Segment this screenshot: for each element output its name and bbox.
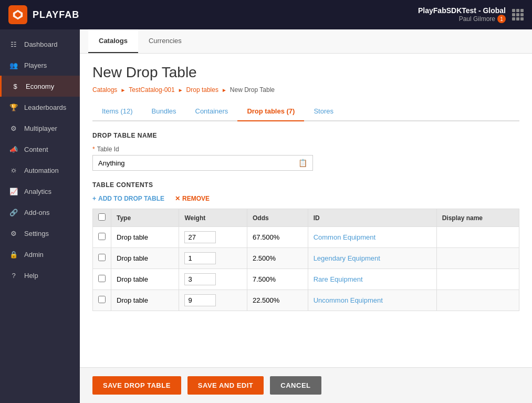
- sub-tab-stores[interactable]: Stores: [304, 102, 343, 121]
- col-id: ID: [308, 209, 436, 227]
- admin-icon: 🔒: [8, 249, 19, 260]
- row-display: [436, 269, 519, 290]
- breadcrumb-current: New Drop Table: [230, 86, 275, 94]
- header-title-sub: Paul Gilmore 1: [418, 15, 506, 23]
- sidebar-item-multiplayer[interactable]: ⚙ Multiplayer: [0, 118, 80, 139]
- page-title: New Drop Table: [92, 64, 519, 81]
- content-area: Catalogs Currencies New Drop Table Catal…: [80, 29, 532, 403]
- row-checkbox[interactable]: [98, 233, 106, 240]
- logo-icon[interactable]: [8, 5, 27, 24]
- required-star: *: [92, 146, 95, 153]
- grid-icon[interactable]: [512, 9, 524, 20]
- weight-input[interactable]: [184, 294, 216, 306]
- table-id-field[interactable]: [98, 159, 298, 167]
- sidebar-item-dashboard[interactable]: ☷ Dashboard: [0, 34, 80, 55]
- id-link[interactable]: Rare Equipment: [314, 275, 363, 283]
- weight-input[interactable]: [184, 273, 216, 285]
- row-type: Drop table: [111, 269, 179, 290]
- sidebar-item-addons[interactable]: 🔗 Add-ons: [0, 202, 80, 223]
- breadcrumb-catalogs[interactable]: Catalogs: [92, 86, 117, 94]
- remove-button[interactable]: ✕ REMOVE: [175, 195, 210, 202]
- sidebar-item-leaderboards[interactable]: 🏆 Leaderboards: [0, 97, 80, 118]
- row-odds: 22.500%: [247, 290, 308, 311]
- table-actions: + ADD TO DROP TABLE ✕ REMOVE: [92, 195, 519, 202]
- addons-icon: 🔗: [8, 207, 19, 218]
- sidebar-item-analytics[interactable]: 📈 Analytics: [0, 181, 80, 202]
- table-row: Drop table 22.500% Uncommon Equipment: [93, 290, 519, 311]
- save-and-edit-button[interactable]: SAVE AND EDIT: [187, 376, 264, 395]
- sidebar-item-content[interactable]: 📣 Content: [0, 139, 80, 160]
- row-odds: 67.500%: [247, 227, 308, 248]
- row-display: [436, 227, 519, 248]
- row-checkbox-cell: [93, 269, 111, 290]
- row-odds: 7.500%: [247, 269, 308, 290]
- row-weight[interactable]: [179, 248, 247, 269]
- row-id[interactable]: Common Equipment: [308, 227, 436, 248]
- page-content: New Drop Table Catalogs ► TestCatalog-00…: [80, 54, 532, 367]
- row-checkbox[interactable]: [98, 275, 106, 282]
- weight-input[interactable]: [184, 231, 216, 243]
- sub-tab-droptables[interactable]: Drop tables (7): [237, 102, 304, 121]
- row-odds: 2.500%: [247, 248, 308, 269]
- row-weight[interactable]: [179, 269, 247, 290]
- settings-icon: ⚙: [8, 228, 19, 239]
- row-display: [436, 290, 519, 311]
- sidebar-item-label: Admin: [24, 251, 44, 259]
- sidebar-item-automation[interactable]: ⛭ Automation: [0, 160, 80, 181]
- add-to-drop-table-button[interactable]: + ADD TO DROP TABLE: [92, 195, 164, 202]
- col-checkbox: [93, 209, 111, 227]
- sidebar-item-label: Economy: [26, 82, 54, 90]
- cancel-button[interactable]: CANCEL: [270, 376, 321, 395]
- sidebar-item-label: Add-ons: [24, 209, 49, 216]
- row-weight[interactable]: [179, 290, 247, 311]
- id-link[interactable]: Common Equipment: [314, 233, 376, 241]
- sidebar-item-players[interactable]: 👥 Players: [0, 55, 80, 76]
- table-id-label: * Table Id: [92, 146, 519, 153]
- sidebar-item-admin[interactable]: 🔒 Admin: [0, 244, 80, 265]
- sub-tab-containers[interactable]: Containers: [186, 102, 238, 121]
- row-type: Drop table: [111, 290, 179, 311]
- col-odds: Odds: [247, 209, 308, 227]
- row-id[interactable]: Legendary Equipment: [308, 248, 436, 269]
- sidebar-item-help[interactable]: ? Help: [0, 265, 80, 286]
- copy-icon[interactable]: 📋: [298, 159, 307, 167]
- header-title-main: PlayFabSDKTest - Global: [418, 6, 506, 15]
- sidebar-item-economy[interactable]: $ Economy: [0, 76, 80, 97]
- sidebar-item-label: Players: [24, 61, 47, 69]
- sub-tab-items[interactable]: Items (12): [92, 102, 142, 121]
- top-tabs: Catalogs Currencies: [80, 29, 532, 54]
- sidebar-item-label: Help: [24, 272, 38, 280]
- breadcrumb: Catalogs ► TestCatalog-001 ► Drop tables…: [92, 86, 519, 94]
- save-drop-table-button[interactable]: SAVE DROP TABLE: [92, 376, 181, 395]
- breadcrumb-droptables[interactable]: Drop tables: [186, 86, 218, 94]
- sidebar-item-label: Content: [24, 146, 48, 153]
- plus-icon: +: [92, 195, 96, 202]
- weight-input[interactable]: [184, 252, 216, 264]
- section-drop-table-name: DROP TABLE NAME: [92, 132, 519, 139]
- id-link[interactable]: Uncommon Equipment: [314, 296, 383, 304]
- row-id[interactable]: Uncommon Equipment: [308, 290, 436, 311]
- tab-currencies[interactable]: Currencies: [138, 29, 192, 53]
- row-weight[interactable]: [179, 227, 247, 248]
- sidebar-item-label: Automation: [24, 167, 59, 174]
- breadcrumb-sep-2: ►: [178, 87, 183, 93]
- leaderboards-icon: 🏆: [8, 102, 19, 112]
- drop-table-contents: Type Weight Odds ID Display name Drop ta…: [92, 209, 519, 311]
- multiplayer-icon: ⚙: [8, 123, 19, 133]
- sub-tab-bundles[interactable]: Bundles: [142, 102, 186, 121]
- sidebar-item-label: Multiplayer: [24, 125, 57, 132]
- row-checkbox-cell: [93, 248, 111, 269]
- row-id[interactable]: Rare Equipment: [308, 269, 436, 290]
- tab-catalogs[interactable]: Catalogs: [88, 29, 138, 53]
- sidebar-item-settings[interactable]: ⚙ Settings: [0, 223, 80, 244]
- col-weight: Weight: [179, 209, 247, 227]
- id-link[interactable]: Legendary Equipment: [314, 254, 380, 262]
- table-id-input-wrapper[interactable]: 📋: [92, 155, 313, 171]
- row-checkbox[interactable]: [98, 296, 106, 303]
- notification-badge: 1: [497, 15, 506, 23]
- app-header: PLAYFAB PlayFabSDKTest - Global Paul Gil…: [0, 0, 532, 29]
- main-layout: ☷ Dashboard 👥 Players $ Economy 🏆 Leader…: [0, 29, 532, 403]
- select-all-checkbox[interactable]: [98, 213, 106, 221]
- breadcrumb-testcatalog[interactable]: TestCatalog-001: [129, 86, 174, 94]
- row-checkbox[interactable]: [98, 254, 106, 261]
